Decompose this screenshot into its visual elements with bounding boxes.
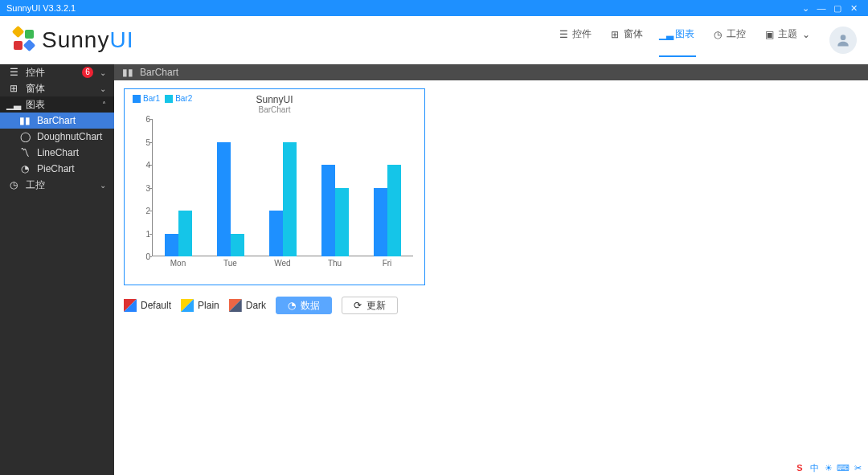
sidebar: ☰ 控件 6 ⌄ ⊞ 窗体 ⌄ ▁▃ 图表 ˄ ▮▮ BarChart ◯ Do… <box>0 64 114 475</box>
bar <box>165 234 178 257</box>
swatch-icon <box>124 299 137 312</box>
x-tick: Tue <box>223 259 237 268</box>
topnav-label: 图表 <box>675 27 694 41</box>
bar-icon: ▮▮ <box>122 67 133 78</box>
style-dark[interactable]: Dark <box>229 299 266 312</box>
ime-icon[interactable]: ☀ <box>823 462 834 473</box>
bar-group <box>269 142 297 257</box>
sidebar-item-label: PieChart <box>37 163 75 174</box>
sidebar-label: 图表 <box>26 98 96 112</box>
top-nav: ☰ 控件 ⊞ 窗体 ▁▃ 图表 ◷ 工控 ▣ 主题 ⌄ <box>556 23 813 57</box>
legend-swatch <box>165 95 173 103</box>
gauge-icon: ◷ <box>8 179 19 190</box>
bar <box>387 165 401 256</box>
chevron-down-icon: ⌄ <box>100 84 106 93</box>
sidebar-item-linechart[interactable]: 〽 LineChart <box>0 145 114 161</box>
header: SunnyUI ☰ 控件 ⊞ 窗体 ▁▃ 图表 ◷ 工控 ▣ 主题 ⌄ <box>0 16 868 64</box>
sidebar-label: 窗体 <box>26 82 93 96</box>
button-label: 数据 <box>301 299 320 313</box>
legend-swatch <box>133 95 141 103</box>
topnav-label: 控件 <box>572 27 592 41</box>
ime-taskbar: S 中 ☀ ⌨ ✂ <box>794 462 863 473</box>
style-label: Plain <box>198 300 219 311</box>
sidebar-label: 控件 <box>26 66 76 80</box>
refresh-button[interactable]: ⟳ 更新 <box>342 297 398 314</box>
chart-icon: ▁▃ <box>8 99 19 110</box>
bar <box>269 211 283 256</box>
bar <box>178 211 192 256</box>
sidebar-item-piechart[interactable]: ◔ PieChart <box>0 161 114 177</box>
window-icon: ⊞ <box>609 29 620 40</box>
bar-group <box>165 211 192 256</box>
grid-icon: ☰ <box>8 67 19 78</box>
legend-item: Bar2 <box>165 94 192 103</box>
window-icon: ⊞ <box>8 83 19 94</box>
image-icon: ▣ <box>764 29 775 40</box>
bar-group <box>321 165 349 256</box>
x-axis: MonTueWedThuFri <box>152 256 413 268</box>
button-label: 更新 <box>366 299 386 313</box>
style-label: Default <box>141 300 171 311</box>
topnav-label: 主题 <box>778 27 797 41</box>
topnav-charts[interactable]: ▁▃ 图表 <box>659 23 696 57</box>
grid-icon: ☰ <box>558 29 569 40</box>
chart-icon: ▁▃ <box>661 29 672 40</box>
sidebar-item-doughnutchart[interactable]: ◯ DoughnutChart <box>0 129 114 145</box>
bar <box>283 142 297 257</box>
chart-subtitle: BarChart <box>133 105 416 114</box>
x-tick: Fri <box>383 259 392 268</box>
sidebar-group-charts[interactable]: ▁▃ 图表 ˄ <box>0 96 114 113</box>
ime-icon[interactable]: 中 <box>809 462 820 473</box>
style-plain[interactable]: Plain <box>181 299 219 312</box>
logo-text: SunnyUI <box>42 27 133 53</box>
window-title: SunnyUI V3.3.2.1 <box>6 3 76 13</box>
legend-item: Bar1 <box>133 94 160 103</box>
ime-icon[interactable]: ⌨ <box>837 462 849 473</box>
sidebar-group-controls[interactable]: ☰ 控件 6 ⌄ <box>0 64 114 80</box>
topnav-forms[interactable]: ⊞ 窗体 <box>608 23 645 57</box>
bar-icon: ▮▮ <box>19 115 31 126</box>
ime-icon[interactable]: ✂ <box>852 462 863 473</box>
avatar[interactable] <box>829 27 857 54</box>
x-tick: Thu <box>328 259 342 268</box>
style-default[interactable]: Default <box>124 299 171 312</box>
sidebar-badge: 6 <box>82 67 93 78</box>
sidebar-group-industrial[interactable]: ◷ 工控 ⌄ <box>0 177 114 193</box>
chart-legend: Bar1 Bar2 <box>133 94 192 103</box>
bar <box>231 234 244 257</box>
x-tick: Mon <box>170 259 186 268</box>
pie-icon: ◔ <box>19 163 31 174</box>
legend-label: Bar1 <box>143 94 160 103</box>
chevron-up-icon: ˄ <box>102 100 106 109</box>
topnav-label: 工控 <box>727 27 746 41</box>
style-label: Dark <box>246 300 266 311</box>
sidebar-item-barchart[interactable]: ▮▮ BarChart <box>0 113 114 129</box>
sidebar-label: 工控 <box>26 178 93 192</box>
ime-icon[interactable]: S <box>794 462 805 473</box>
chevron-down-icon: ⌄ <box>100 181 106 190</box>
style-row: Default Plain Dark ◔ 数据 ⟳ 更新 <box>124 297 858 314</box>
sidebar-group-forms[interactable]: ⊞ 窗体 ⌄ <box>0 80 114 96</box>
sidebar-item-label: LineChart <box>37 147 79 158</box>
dropdown-icon[interactable]: ⌄ <box>797 3 813 14</box>
data-button[interactable]: ◔ 数据 <box>276 297 332 314</box>
topnav-controls[interactable]: ☰ 控件 <box>556 23 593 57</box>
svg-point-0 <box>841 35 846 40</box>
swatch-icon <box>229 299 242 312</box>
close-icon[interactable]: ✕ <box>845 3 862 14</box>
chart-panel: Bar1 Bar2 SunnyUI BarChart 0123456 MonTu… <box>124 88 425 285</box>
bar-group <box>217 142 244 257</box>
topnav-theme[interactable]: ▣ 主题 ⌄ <box>762 23 813 57</box>
swatch-icon <box>181 299 194 312</box>
breadcrumb: ▮▮ BarChart <box>114 64 868 80</box>
chart-plot: 0123456 MonTueWedThuFri <box>152 119 413 268</box>
topnav-industrial[interactable]: ◷ 工控 <box>710 23 747 57</box>
logo-icon <box>11 27 37 53</box>
x-tick: Wed <box>274 259 290 268</box>
topnav-label: 窗体 <box>624 27 643 41</box>
bar-group <box>374 165 401 256</box>
maximize-icon[interactable]: ▢ <box>829 3 845 14</box>
chevron-down-icon: ⌄ <box>100 68 106 77</box>
minimize-icon[interactable]: — <box>813 3 829 13</box>
chevron-down-icon: ⌄ <box>800 29 812 40</box>
